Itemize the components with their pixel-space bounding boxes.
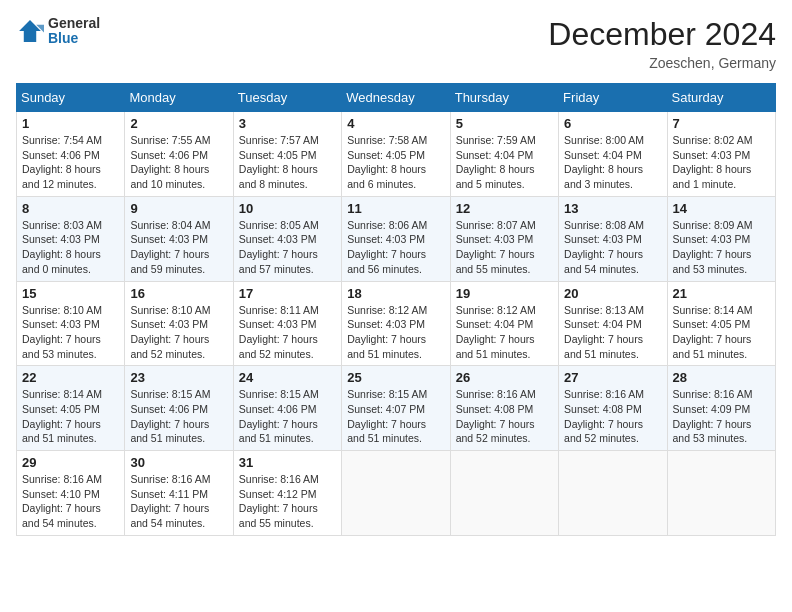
logo: General Blue (16, 16, 100, 47)
calendar-cell: 9 Sunrise: 8:04 AM Sunset: 4:03 PM Dayli… (125, 196, 233, 281)
logo-general: General (48, 16, 100, 31)
day-number: 7 (673, 116, 770, 131)
day-number: 24 (239, 370, 336, 385)
day-number: 30 (130, 455, 227, 470)
day-number: 2 (130, 116, 227, 131)
logo-text: General Blue (48, 16, 100, 47)
day-number: 13 (564, 201, 661, 216)
day-number: 19 (456, 286, 553, 301)
day-detail: Sunrise: 8:07 AM Sunset: 4:03 PM Dayligh… (456, 218, 553, 277)
day-detail: Sunrise: 8:10 AM Sunset: 4:03 PM Dayligh… (130, 303, 227, 362)
day-number: 20 (564, 286, 661, 301)
day-detail: Sunrise: 8:06 AM Sunset: 4:03 PM Dayligh… (347, 218, 444, 277)
page-header: General Blue December 2024 Zoeschen, Ger… (16, 16, 776, 71)
day-detail: Sunrise: 8:00 AM Sunset: 4:04 PM Dayligh… (564, 133, 661, 192)
month-title: December 2024 (548, 16, 776, 53)
day-detail: Sunrise: 8:04 AM Sunset: 4:03 PM Dayligh… (130, 218, 227, 277)
calendar-cell: 17 Sunrise: 8:11 AM Sunset: 4:03 PM Dayl… (233, 281, 341, 366)
day-number: 4 (347, 116, 444, 131)
day-number: 15 (22, 286, 119, 301)
calendar-cell: 2 Sunrise: 7:55 AM Sunset: 4:06 PM Dayli… (125, 112, 233, 197)
calendar-cell: 30 Sunrise: 8:16 AM Sunset: 4:11 PM Dayl… (125, 451, 233, 536)
svg-marker-0 (19, 21, 41, 43)
calendar-cell: 11 Sunrise: 8:06 AM Sunset: 4:03 PM Dayl… (342, 196, 450, 281)
calendar-cell (667, 451, 775, 536)
calendar-cell (342, 451, 450, 536)
day-number: 26 (456, 370, 553, 385)
day-detail: Sunrise: 8:09 AM Sunset: 4:03 PM Dayligh… (673, 218, 770, 277)
day-number: 23 (130, 370, 227, 385)
calendar-cell: 14 Sunrise: 8:09 AM Sunset: 4:03 PM Dayl… (667, 196, 775, 281)
day-detail: Sunrise: 8:15 AM Sunset: 4:07 PM Dayligh… (347, 387, 444, 446)
col-header-sunday: Sunday (17, 84, 125, 112)
day-number: 11 (347, 201, 444, 216)
calendar-cell: 29 Sunrise: 8:16 AM Sunset: 4:10 PM Dayl… (17, 451, 125, 536)
day-detail: Sunrise: 8:15 AM Sunset: 4:06 PM Dayligh… (130, 387, 227, 446)
calendar-cell: 26 Sunrise: 8:16 AM Sunset: 4:08 PM Dayl… (450, 366, 558, 451)
day-detail: Sunrise: 8:16 AM Sunset: 4:08 PM Dayligh… (456, 387, 553, 446)
calendar-cell: 8 Sunrise: 8:03 AM Sunset: 4:03 PM Dayli… (17, 196, 125, 281)
day-number: 25 (347, 370, 444, 385)
calendar-cell (450, 451, 558, 536)
day-number: 1 (22, 116, 119, 131)
day-detail: Sunrise: 8:13 AM Sunset: 4:04 PM Dayligh… (564, 303, 661, 362)
day-detail: Sunrise: 8:11 AM Sunset: 4:03 PM Dayligh… (239, 303, 336, 362)
day-detail: Sunrise: 8:16 AM Sunset: 4:12 PM Dayligh… (239, 472, 336, 531)
col-header-tuesday: Tuesday (233, 84, 341, 112)
calendar-cell: 6 Sunrise: 8:00 AM Sunset: 4:04 PM Dayli… (559, 112, 667, 197)
calendar-table: SundayMondayTuesdayWednesdayThursdayFrid… (16, 83, 776, 536)
day-detail: Sunrise: 7:54 AM Sunset: 4:06 PM Dayligh… (22, 133, 119, 192)
calendar-cell: 20 Sunrise: 8:13 AM Sunset: 4:04 PM Dayl… (559, 281, 667, 366)
calendar-cell: 22 Sunrise: 8:14 AM Sunset: 4:05 PM Dayl… (17, 366, 125, 451)
calendar-cell: 27 Sunrise: 8:16 AM Sunset: 4:08 PM Dayl… (559, 366, 667, 451)
day-detail: Sunrise: 7:57 AM Sunset: 4:05 PM Dayligh… (239, 133, 336, 192)
calendar-cell: 10 Sunrise: 8:05 AM Sunset: 4:03 PM Dayl… (233, 196, 341, 281)
day-number: 28 (673, 370, 770, 385)
day-detail: Sunrise: 8:14 AM Sunset: 4:05 PM Dayligh… (22, 387, 119, 446)
calendar-cell: 4 Sunrise: 7:58 AM Sunset: 4:05 PM Dayli… (342, 112, 450, 197)
calendar-cell: 3 Sunrise: 7:57 AM Sunset: 4:05 PM Dayli… (233, 112, 341, 197)
day-number: 14 (673, 201, 770, 216)
calendar-cell: 5 Sunrise: 7:59 AM Sunset: 4:04 PM Dayli… (450, 112, 558, 197)
col-header-monday: Monday (125, 84, 233, 112)
day-number: 22 (22, 370, 119, 385)
col-header-friday: Friday (559, 84, 667, 112)
calendar-cell: 12 Sunrise: 8:07 AM Sunset: 4:03 PM Dayl… (450, 196, 558, 281)
day-number: 12 (456, 201, 553, 216)
day-number: 16 (130, 286, 227, 301)
logo-blue: Blue (48, 31, 100, 46)
day-number: 5 (456, 116, 553, 131)
day-number: 17 (239, 286, 336, 301)
calendar-cell: 23 Sunrise: 8:15 AM Sunset: 4:06 PM Dayl… (125, 366, 233, 451)
day-number: 9 (130, 201, 227, 216)
day-detail: Sunrise: 8:16 AM Sunset: 4:08 PM Dayligh… (564, 387, 661, 446)
calendar-cell: 13 Sunrise: 8:08 AM Sunset: 4:03 PM Dayl… (559, 196, 667, 281)
calendar-cell: 25 Sunrise: 8:15 AM Sunset: 4:07 PM Dayl… (342, 366, 450, 451)
day-number: 3 (239, 116, 336, 131)
calendar-cell: 28 Sunrise: 8:16 AM Sunset: 4:09 PM Dayl… (667, 366, 775, 451)
calendar-cell: 19 Sunrise: 8:12 AM Sunset: 4:04 PM Dayl… (450, 281, 558, 366)
day-detail: Sunrise: 7:58 AM Sunset: 4:05 PM Dayligh… (347, 133, 444, 192)
calendar-cell: 24 Sunrise: 8:15 AM Sunset: 4:06 PM Dayl… (233, 366, 341, 451)
day-number: 6 (564, 116, 661, 131)
day-detail: Sunrise: 7:55 AM Sunset: 4:06 PM Dayligh… (130, 133, 227, 192)
day-detail: Sunrise: 8:03 AM Sunset: 4:03 PM Dayligh… (22, 218, 119, 277)
day-number: 10 (239, 201, 336, 216)
day-detail: Sunrise: 8:08 AM Sunset: 4:03 PM Dayligh… (564, 218, 661, 277)
col-header-wednesday: Wednesday (342, 84, 450, 112)
title-block: December 2024 Zoeschen, Germany (548, 16, 776, 71)
day-number: 8 (22, 201, 119, 216)
calendar-cell: 21 Sunrise: 8:14 AM Sunset: 4:05 PM Dayl… (667, 281, 775, 366)
day-number: 29 (22, 455, 119, 470)
day-detail: Sunrise: 8:16 AM Sunset: 4:09 PM Dayligh… (673, 387, 770, 446)
day-detail: Sunrise: 7:59 AM Sunset: 4:04 PM Dayligh… (456, 133, 553, 192)
day-number: 27 (564, 370, 661, 385)
calendar-cell: 16 Sunrise: 8:10 AM Sunset: 4:03 PM Dayl… (125, 281, 233, 366)
calendar-cell (559, 451, 667, 536)
day-number: 31 (239, 455, 336, 470)
day-detail: Sunrise: 8:02 AM Sunset: 4:03 PM Dayligh… (673, 133, 770, 192)
calendar-cell: 1 Sunrise: 7:54 AM Sunset: 4:06 PM Dayli… (17, 112, 125, 197)
day-detail: Sunrise: 8:05 AM Sunset: 4:03 PM Dayligh… (239, 218, 336, 277)
day-detail: Sunrise: 8:14 AM Sunset: 4:05 PM Dayligh… (673, 303, 770, 362)
day-detail: Sunrise: 8:15 AM Sunset: 4:06 PM Dayligh… (239, 387, 336, 446)
